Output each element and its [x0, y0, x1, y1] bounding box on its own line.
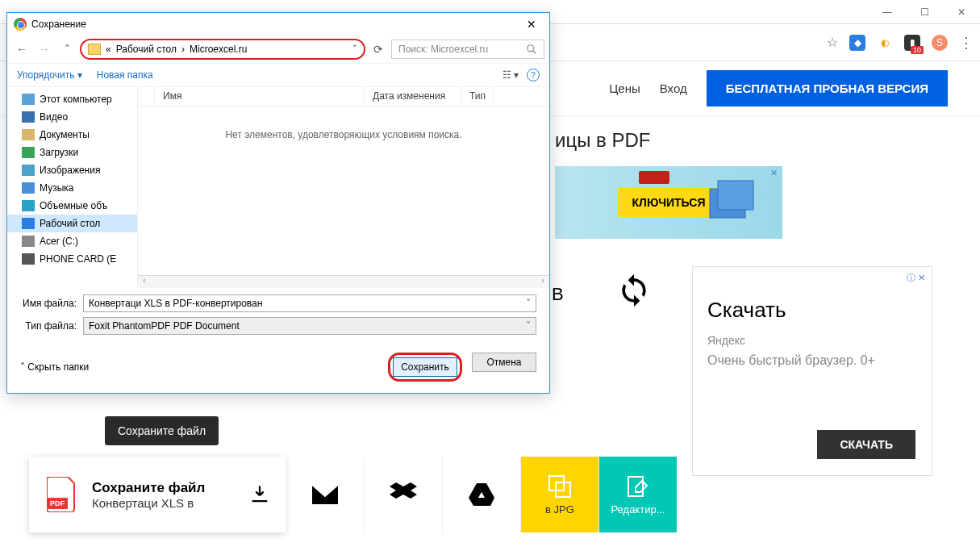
- card-label: в JPG: [545, 503, 574, 516]
- save-button[interactable]: Сохранить: [393, 357, 457, 377]
- tree-downloads[interactable]: Загрузки: [7, 144, 137, 161]
- to-jpg-card[interactable]: в JPG: [520, 457, 598, 532]
- breadcrumb-item[interactable]: Рабочий стол: [116, 44, 177, 55]
- filetype-select[interactable]: Foxit PhantomPDF PDF Document˅: [83, 317, 536, 335]
- nav-up-icon[interactable]: ˄: [57, 40, 77, 59]
- extension-icon-1[interactable]: ◆: [849, 35, 865, 51]
- help-icon[interactable]: ?: [527, 69, 540, 81]
- organize-button[interactable]: Упорядочить ▾: [17, 69, 82, 81]
- ad-title: Скачать: [707, 298, 917, 323]
- email-card[interactable]: [286, 457, 364, 532]
- menu-dots-icon[interactable]: ⋮: [959, 34, 974, 52]
- file-list: Имя Дата изменения Тип Нет элементов, уд…: [138, 87, 549, 288]
- card-title: Сохраните файл: [92, 480, 205, 496]
- filetype-label: Тип файла:: [20, 320, 83, 332]
- email-icon: [312, 485, 338, 504]
- svg-point-7: [528, 45, 534, 52]
- tree-3d[interactable]: Объемные объ: [7, 197, 137, 215]
- download-button[interactable]: СКАЧАТЬ: [817, 430, 915, 459]
- refresh-section: В: [555, 273, 603, 321]
- search-icon: [526, 44, 537, 55]
- edit-icon: [626, 474, 650, 499]
- tree-this-pc[interactable]: Этот компьютер: [7, 90, 137, 108]
- scrollbar-horizontal[interactable]: ‹›: [138, 275, 549, 288]
- dialog-title: Сохранение: [31, 19, 86, 30]
- refresh-icon[interactable]: ⟳: [369, 40, 388, 59]
- save-file-card[interactable]: PDF Сохраните файл Конвертаци XLS в: [29, 457, 286, 532]
- dialog-nav: ← → ˄ « Рабочий стол › Microexcel.ru ˅ ⟳…: [7, 35, 549, 63]
- dialog-titlebar: Сохранение ✕: [7, 13, 549, 35]
- dialog-toolbar: Упорядочить ▾ Новая папка ☷ ▾ ?: [7, 63, 549, 87]
- col-date[interactable]: Дата изменения: [365, 87, 461, 106]
- extension-icon-2[interactable]: ◐: [877, 35, 893, 51]
- close-button[interactable]: ✕: [943, 0, 980, 24]
- card-label: Редактир...: [611, 503, 665, 516]
- tree-documents[interactable]: Документы: [7, 126, 137, 144]
- nav-fwd-icon[interactable]: →: [35, 40, 54, 59]
- svg-rect-1: [718, 181, 753, 210]
- bookmark-star-icon[interactable]: ☆: [827, 35, 838, 50]
- nav-back-icon[interactable]: ←: [12, 40, 31, 59]
- folder-icon: [88, 44, 101, 55]
- card-subtitle: Конвертаци XLS в: [92, 496, 205, 510]
- col-name[interactable]: Имя: [155, 87, 365, 106]
- dropbox-card[interactable]: [364, 457, 442, 532]
- search-input[interactable]: Поиск: Microexcel.ru: [391, 40, 544, 59]
- refresh-icon[interactable]: [616, 273, 652, 308]
- empty-message: Нет элементов, удовлетворяющих условиям …: [138, 129, 549, 140]
- chrome-icon: [14, 18, 27, 31]
- tree-video[interactable]: Видео: [7, 108, 137, 126]
- dialog-close-icon[interactable]: ✕: [520, 18, 543, 31]
- breadcrumb-item[interactable]: Microexcel.ru: [190, 44, 247, 55]
- view-mode-button[interactable]: ☷ ▾: [503, 69, 519, 81]
- jpg-convert-icon: [548, 474, 572, 499]
- ad-close-icon[interactable]: ✕: [770, 168, 778, 178]
- page-title: ицы в PDF: [555, 129, 651, 152]
- breadcrumb[interactable]: « Рабочий стол › Microexcel.ru ˅: [80, 39, 365, 60]
- action-cards: PDF Сохраните файл Конвертаци XLS в в JP…: [29, 457, 677, 532]
- trial-button[interactable]: БЕСПЛАТНАЯ ПРОБНАЯ ВЕРСИЯ: [707, 70, 948, 106]
- download-icon: [248, 483, 271, 506]
- ad-description: Очень быстрый браузер. 0+: [707, 353, 917, 368]
- profile-avatar[interactable]: S: [932, 35, 948, 51]
- save-dialog: Сохранение ✕ ← → ˄ « Рабочий стол › Micr…: [6, 12, 550, 394]
- gdrive-icon: [469, 483, 494, 506]
- dropbox-icon: [390, 482, 417, 507]
- tree-drive-c[interactable]: Acer (C:): [7, 232, 137, 250]
- new-folder-button[interactable]: Новая папка: [97, 69, 153, 81]
- edit-card[interactable]: Редактир...: [598, 457, 677, 532]
- folder-tree: Этот компьютер Видео Документы Загрузки …: [7, 87, 138, 288]
- tree-desktop[interactable]: Рабочий стол: [7, 215, 137, 232]
- tree-music[interactable]: Музыка: [7, 179, 137, 197]
- filename-input[interactable]: Конвертаци XLS в PDF-конвертирован˅: [83, 294, 536, 312]
- ad-subtitle: Яндекс: [707, 334, 917, 347]
- tree-images[interactable]: Изображения: [7, 161, 137, 179]
- svg-text:PDF: PDF: [50, 499, 65, 507]
- minimize-button[interactable]: —: [869, 0, 906, 24]
- nav-login[interactable]: Вход: [660, 81, 687, 95]
- tree-drive-e[interactable]: PHONE CARD (E: [7, 250, 137, 268]
- cancel-button[interactable]: Отмена: [472, 353, 536, 372]
- gdrive-card[interactable]: [442, 457, 520, 532]
- maximize-button[interactable]: ☐: [906, 0, 943, 24]
- col-type[interactable]: Тип: [461, 87, 494, 106]
- ad-info-close-icon[interactable]: ⓘ ✕: [907, 272, 925, 284]
- pdf-file-icon: PDF: [47, 477, 77, 512]
- filename-label: Имя файла:: [20, 298, 83, 309]
- ad-banner[interactable]: КЛЮЧИТЬСЯ ✕: [555, 166, 782, 239]
- extension-icon-3[interactable]: ▮10: [904, 35, 920, 51]
- sidebar-ad: ⓘ ✕ Скачать Яндекс Очень быстрый браузер…: [692, 266, 932, 476]
- hide-folders-toggle[interactable]: ˄ Скрыть папки: [20, 361, 89, 373]
- tooltip: Сохраните файл: [105, 416, 219, 445]
- nav-prices[interactable]: Цены: [609, 81, 640, 95]
